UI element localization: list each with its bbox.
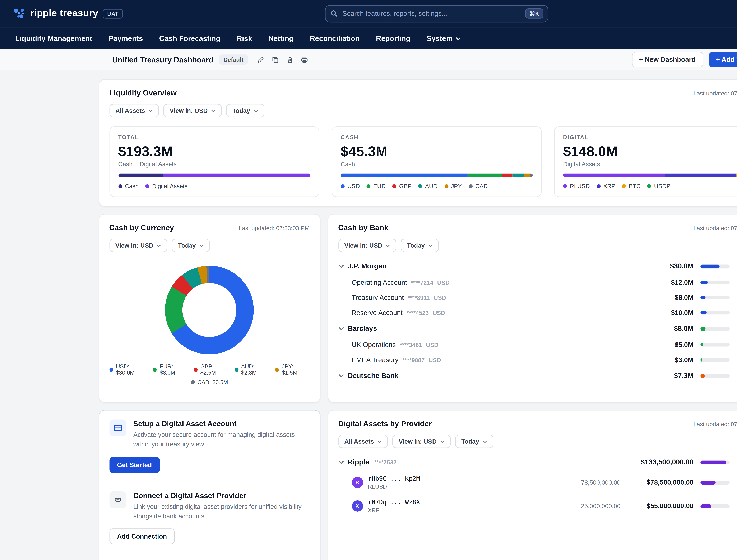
account-bar <box>700 281 729 284</box>
nav-item-risk[interactable]: Risk <box>237 34 252 43</box>
account-row[interactable]: Treasury Account ****8911 USD $8.0M 17.6… <box>338 290 737 305</box>
wallet-address: rN7Dq ... Wz8X <box>368 499 420 506</box>
last-updated: Last updated: 07:33:03 PM <box>693 90 737 96</box>
expand-chevron-icon[interactable] <box>338 460 344 464</box>
chevron-down-icon <box>377 440 382 443</box>
account-amount: $5.0M <box>653 341 693 348</box>
expand-chevron-icon[interactable] <box>338 264 344 268</box>
topbar: ripple treasury UAT ⌘K ? DM <box>0 0 737 27</box>
donut-legend-row: CAD: $0.5M <box>109 379 310 385</box>
wallet-avatar: X <box>352 500 363 512</box>
account-row[interactable]: EMEA Treasury ****9087 USD $3.0M 6.62% <box>338 352 737 367</box>
bank-row-jp-morgan[interactable]: J.P. Morgan $30.0M 66.22% <box>338 258 737 275</box>
filter-view-in-usd[interactable]: View in: USD <box>164 104 222 117</box>
expand-chevron-icon[interactable] <box>338 374 344 377</box>
get-started-button[interactable]: Get Started <box>109 457 160 473</box>
filter-today[interactable]: Today <box>455 435 493 448</box>
account-row[interactable]: Reserve Account ****4523 USD $10.0M 22.0… <box>338 305 737 320</box>
expand-chevron-icon[interactable] <box>338 327 344 330</box>
legend-item: EUR: $8.0M <box>153 363 189 376</box>
legend-item: JPY <box>444 183 462 189</box>
wallet-usd-amount: $55,000,000.00 <box>627 502 693 510</box>
bank-amount: $7.3M <box>653 372 693 380</box>
provider-bar <box>700 460 729 464</box>
setup-account-section: Setup a Digital Asset Account Activate y… <box>99 411 320 482</box>
print-icon[interactable] <box>301 56 308 63</box>
filter-today[interactable]: Today <box>172 239 210 252</box>
keyboard-shortcut-badge: ⌘K <box>525 8 543 19</box>
bank-row-deutsche-bank[interactable]: Deutsche Bank $7.3M 16.12% <box>338 367 737 384</box>
chevron-down-icon <box>199 244 204 247</box>
chevron-down-icon <box>428 244 432 247</box>
wallet-native-amount: 25,000,000.00 <box>564 503 621 509</box>
bank-row-barclays[interactable]: Barclays $8.0M 17.66% <box>338 320 737 337</box>
filter-today[interactable]: Today <box>401 239 439 252</box>
account-bar <box>700 296 729 299</box>
add-widget-button[interactable]: + Add Widget <box>709 52 737 67</box>
stat-value: $193.3M <box>118 143 311 159</box>
legend-item: GBP: $2.5M <box>194 363 230 376</box>
legend-dot <box>275 368 279 372</box>
chevron-down-icon <box>148 109 153 112</box>
primary-nav: Liquidity Management Payments Cash Forec… <box>0 27 737 49</box>
provider-percent: 90.20% <box>736 459 737 466</box>
legend-item: AUD <box>418 183 437 189</box>
filter-view-in-usd[interactable]: View in: USD <box>338 239 396 252</box>
account-row[interactable]: Operating Account ****7214 USD $12.0M 26… <box>338 275 737 290</box>
nav-item-payments[interactable]: Payments <box>109 34 143 43</box>
wallet-bar <box>700 481 729 484</box>
nav-item-liquidity-management[interactable]: Liquidity Management <box>15 34 92 43</box>
add-connection-button[interactable]: Add Connection <box>109 528 175 544</box>
global-search[interactable]: ⌘K <box>325 5 548 22</box>
account-row[interactable]: UK Operations ****3481 USD $5.0M 11.04% <box>338 337 737 352</box>
stat-value: $45.3M <box>341 143 533 159</box>
cash-by-bank-card: Cash by Bank Last updated: 07:33:03 PM V… <box>328 214 737 403</box>
bank-bar <box>700 264 729 268</box>
wallet-bar <box>700 504 729 508</box>
legend-item: Cash <box>118 183 139 189</box>
account-amount: $3.0M <box>653 356 693 364</box>
legend-dot <box>153 368 157 372</box>
default-badge: Default <box>219 54 248 65</box>
stat-sublabel: Cash + Digital Assets <box>118 161 311 167</box>
account-percent: 6.62% <box>736 356 737 363</box>
nav-item-system[interactable]: System <box>427 34 460 43</box>
brand[interactable]: ripple treasury UAT <box>12 7 123 20</box>
legend-dot <box>234 368 238 372</box>
account-bar <box>700 358 729 361</box>
legend-dot <box>341 184 345 188</box>
wallet-row[interactable]: X rN7Dq ... Wz8X XRP 25,000,000.00 $55,0… <box>338 494 737 518</box>
filter-all-assets[interactable]: All Assets <box>109 104 159 117</box>
account-amount: $10.0M <box>653 309 693 316</box>
nav-item-cash-forecasting[interactable]: Cash Forecasting <box>159 34 220 43</box>
filter-view-in-usd[interactable]: View in: USD <box>392 435 451 448</box>
legend-item: JPY: $1.5M <box>275 363 310 376</box>
card-title: Cash by Currency <box>109 224 174 232</box>
credit-card-icon <box>109 419 126 436</box>
chevron-down-icon <box>386 244 390 247</box>
legend-dot <box>444 184 448 188</box>
bank-amount: $30.0M <box>653 262 693 270</box>
nav-item-netting[interactable]: Netting <box>269 34 294 43</box>
chevron-down-icon <box>211 109 216 112</box>
provider-row-ripple[interactable]: Ripple ****7532 $133,500,000.00 90.20% <box>338 454 737 471</box>
bank-percent: 66.22% <box>736 263 737 270</box>
nav-item-reconciliation[interactable]: Reconciliation <box>310 34 360 43</box>
duplicate-copy-icon[interactable] <box>272 56 279 63</box>
wallet-row[interactable]: R rHb9C ... Kp2M RLUSD 78,500,000.00 $78… <box>338 471 737 494</box>
legend-dot <box>191 380 195 384</box>
filter-all-assets[interactable]: All Assets <box>338 435 388 448</box>
wallet-avatar: R <box>352 477 363 488</box>
search-input[interactable] <box>343 10 521 17</box>
wallet-usd-amount: $78,500,000.00 <box>627 478 693 486</box>
legend-item: Digital Assets <box>145 183 188 189</box>
edit-pencil-icon[interactable] <box>257 56 264 63</box>
nav-item-reporting[interactable]: Reporting <box>376 34 410 43</box>
filter-view-in-usd[interactable]: View in: USD <box>109 239 168 252</box>
bank-bar <box>700 327 729 331</box>
filter-today[interactable]: Today <box>226 104 264 117</box>
legend-dot <box>367 184 370 188</box>
new-dashboard-button[interactable]: + New Dashboard <box>632 52 703 67</box>
last-updated: Last updated: 07:33:03 PM <box>239 224 310 231</box>
delete-trash-icon[interactable] <box>286 56 294 63</box>
